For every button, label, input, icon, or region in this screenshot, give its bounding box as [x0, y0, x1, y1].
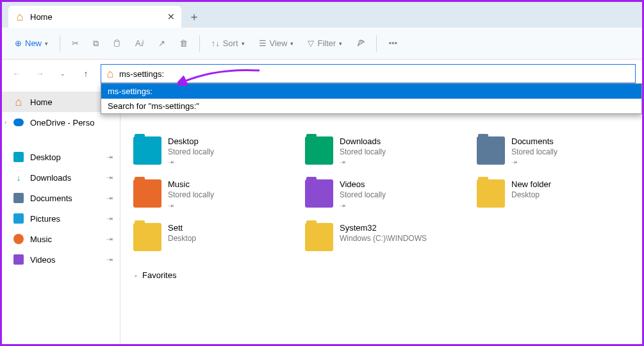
- folder-icon: [133, 136, 161, 165]
- new-tab-button[interactable]: ＋: [181, 6, 207, 28]
- pin-icon: 📌︎: [104, 172, 115, 183]
- music-icon: [13, 234, 24, 244]
- sidebar-item-downloads[interactable]: ↓ Downloads 📌︎: [2, 167, 120, 188]
- item-sub: Stored locally: [168, 190, 214, 201]
- pin-icon: 📌︎: [509, 158, 520, 168]
- sort-icon: ↑↓: [211, 38, 220, 48]
- pin-icon: 📌︎: [338, 158, 348, 168]
- sidebar-item-videos[interactable]: Videos 📌︎: [2, 249, 120, 270]
- quick-access-item[interactable]: DownloadsStored locally📌︎: [305, 136, 458, 168]
- paste-button[interactable]: 📋︎: [108, 33, 126, 54]
- folder-icon: [305, 179, 333, 208]
- home-icon: [13, 97, 24, 107]
- sidebar-item-onedrive[interactable]: › OneDrive - Perso: [2, 112, 120, 133]
- suggestion-item[interactable]: Search for "ms-settings:": [101, 99, 641, 113]
- separator: [376, 35, 377, 52]
- forward-button[interactable]: →: [31, 65, 48, 82]
- quick-access-grid: DesktopStored locally📌︎DownloadsStored l…: [133, 136, 629, 251]
- quick-access-item[interactable]: DesktopStored locally📌︎: [133, 136, 286, 168]
- document-icon: [13, 193, 24, 203]
- more-button[interactable]: •••: [383, 33, 402, 54]
- quick-access-item[interactable]: New folderDesktop: [477, 179, 629, 211]
- item-name: Sett: [168, 223, 196, 234]
- item-sub: Windows (C:)\WINDOWS: [340, 234, 427, 244]
- view-label: View: [270, 38, 288, 48]
- new-button[interactable]: ⊕ New ▾: [10, 33, 53, 54]
- scissors-icon: ✂: [72, 38, 79, 48]
- videos-icon: [13, 254, 24, 265]
- quick-access-item[interactable]: System32Windows (C:)\WINDOWS: [305, 223, 458, 251]
- cloud-icon: [13, 119, 24, 126]
- quick-access-item[interactable]: VideosStored locally📌︎: [305, 179, 458, 211]
- sort-button[interactable]: ↑↓ Sort ▾: [206, 33, 250, 54]
- recent-button[interactable]: ⌄: [54, 65, 71, 82]
- tab-title: Home: [30, 12, 53, 22]
- ellipsis-icon: •••: [388, 38, 397, 48]
- item-text: New folderDesktop: [511, 179, 551, 200]
- item-name: Music: [168, 179, 214, 190]
- cut-button[interactable]: ✂: [67, 33, 84, 54]
- address-input[interactable]: [119, 69, 631, 79]
- sort-label: Sort: [223, 38, 238, 48]
- toolbar: ⊕ New ▾ ✂ ⧉ 📋︎ Aⅈ ↗ 🗑︎ ↑↓ Sort ▾ ☰ View …: [2, 28, 642, 60]
- pin-icon: 📌︎: [104, 193, 115, 203]
- chevron-down-icon: ▾: [45, 40, 48, 47]
- tab-home[interactable]: Home ✕: [8, 6, 181, 28]
- sidebar-item-label: Pictures: [30, 214, 60, 224]
- view-button[interactable]: ☰ View ▾: [254, 33, 299, 54]
- pizza-button[interactable]: 🍕︎: [351, 33, 370, 54]
- item-name: Downloads: [340, 136, 386, 147]
- item-text: VideosStored locally📌︎: [340, 179, 386, 211]
- body: Home › OneDrive - Perso Desktop 📌︎ ↓ Dow…: [2, 88, 642, 344]
- filter-button[interactable]: ▽ Filter ▾: [302, 33, 347, 54]
- sidebar-item-label: Videos: [30, 255, 56, 265]
- item-sub: Stored locally: [511, 147, 557, 158]
- tab-close-icon[interactable]: ✕: [167, 12, 175, 22]
- view-icon: ☰: [259, 38, 267, 48]
- sidebar-item-label: Home: [30, 97, 53, 107]
- share-icon: ↗: [158, 38, 165, 48]
- suggestion-item[interactable]: ms-settings:: [101, 84, 641, 99]
- sidebar-item-music[interactable]: Music 📌︎: [2, 229, 120, 249]
- up-button[interactable]: ↑: [78, 65, 94, 82]
- quick-access-item[interactable]: MusicStored locally📌︎: [133, 179, 286, 211]
- sidebar-item-label: Desktop: [30, 152, 61, 162]
- pin-icon: 📌︎: [338, 201, 348, 211]
- address-bar[interactable]: [101, 64, 636, 83]
- item-text: System32Windows (C:)\WINDOWS: [340, 223, 427, 243]
- pin-icon: 📌︎: [104, 254, 115, 265]
- chevron-down-icon: ▾: [339, 40, 342, 47]
- item-sub: Stored locally: [168, 147, 214, 158]
- sidebar: Home › OneDrive - Perso Desktop 📌︎ ↓ Dow…: [2, 88, 120, 344]
- rename-button[interactable]: Aⅈ: [130, 33, 149, 54]
- sidebar-item-pictures[interactable]: Pictures 📌︎: [2, 208, 120, 229]
- pin-icon: 📌︎: [104, 152, 115, 162]
- pin-icon: 📌︎: [166, 158, 176, 168]
- share-button[interactable]: ↗: [153, 33, 170, 54]
- item-text: DocumentsStored locally📌︎: [511, 136, 557, 168]
- folder-icon: [477, 136, 505, 165]
- item-text: DesktopStored locally📌︎: [168, 136, 214, 168]
- address-suggestion-dropdown: ms-settings: Search for "ms-settings:": [101, 83, 642, 114]
- copy-button[interactable]: ⧉: [88, 33, 104, 54]
- tab-bar: Home ✕ ＋: [2, 2, 642, 28]
- sidebar-item-label: Music: [30, 235, 52, 244]
- sidebar-item-documents[interactable]: Documents 📌︎: [2, 188, 120, 208]
- separator: [199, 35, 200, 52]
- delete-button[interactable]: 🗑︎: [174, 33, 193, 54]
- folder-icon: [305, 136, 333, 165]
- filter-icon: ▽: [308, 38, 314, 48]
- back-button[interactable]: ←: [8, 65, 25, 82]
- quick-access-item[interactable]: SettDesktop: [133, 223, 286, 251]
- sidebar-item-desktop[interactable]: Desktop 📌︎: [2, 147, 120, 167]
- favorites-header[interactable]: ⌄ Favorites: [133, 270, 629, 280]
- item-text: DownloadsStored locally📌︎: [340, 136, 386, 168]
- chevron-down-icon: ▾: [242, 40, 245, 47]
- quick-access-item[interactable]: DocumentsStored locally📌︎: [477, 136, 629, 168]
- pizza-icon: 🍕︎: [356, 38, 365, 48]
- address-wrap: ms-settings: Search for "ms-settings:": [101, 64, 636, 83]
- chevron-right-icon[interactable]: ›: [4, 119, 6, 126]
- item-text: MusicStored locally📌︎: [168, 179, 214, 211]
- chevron-down-icon: ⌄: [60, 70, 65, 77]
- folder-icon: [133, 223, 161, 251]
